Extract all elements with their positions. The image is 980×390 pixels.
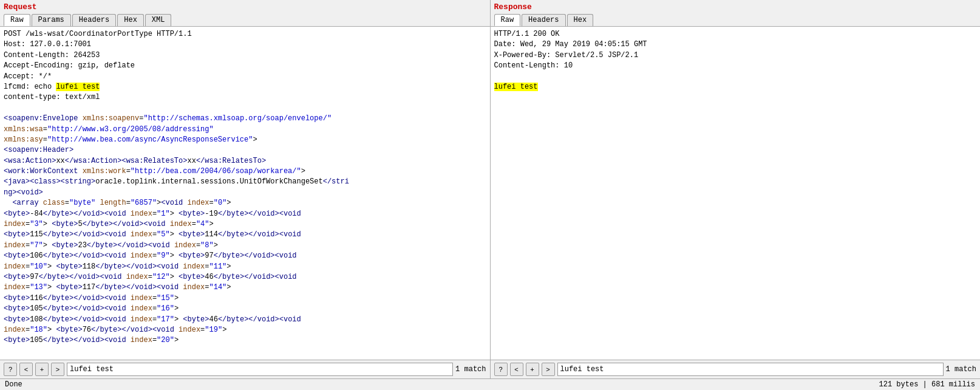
request-search-bar: ? < + > 1 match <box>0 360 490 378</box>
request-tabs: Raw Params Headers Hex XML <box>4 14 486 26</box>
status-bar: Done 121 bytes | 681 millis <box>0 378 980 390</box>
request-tab-params[interactable]: Params <box>32 14 71 26</box>
request-header: Request Raw Params Headers Hex XML <box>0 0 490 27</box>
response-panel: Response Raw Headers Hex HTTP/1.1 200 OK… <box>491 0 981 378</box>
request-body: POST /wls-wsat/CoordinatorPortType HTTP/… <box>0 27 490 360</box>
response-body: HTTP/1.1 200 OK Date: Wed, 29 May 2019 0… <box>491 27 981 360</box>
response-help-button[interactable]: ? <box>494 363 508 376</box>
response-tab-raw[interactable]: Raw <box>494 14 521 26</box>
request-tab-xml[interactable]: XML <box>145 14 172 26</box>
request-panel: Request Raw Params Headers Hex XML POST … <box>0 0 491 378</box>
response-tab-hex[interactable]: Hex <box>567 14 594 26</box>
response-add-button[interactable]: + <box>526 363 539 376</box>
status-right: 121 bytes | 681 millis <box>879 380 975 389</box>
response-content: HTTP/1.1 200 OK Date: Wed, 29 May 2019 0… <box>494 29 977 92</box>
response-title: Response <box>494 2 977 12</box>
response-tabs: Raw Headers Hex <box>494 14 977 26</box>
request-title: Request <box>4 2 486 12</box>
request-prev-button[interactable]: < <box>19 363 33 376</box>
status-left: Done <box>5 380 22 389</box>
request-search-input[interactable] <box>67 363 453 376</box>
response-search-bar: ? < + > 1 match <box>491 360 981 378</box>
response-prev-button[interactable]: < <box>510 363 523 376</box>
response-tab-headers[interactable]: Headers <box>522 14 565 26</box>
request-tab-raw[interactable]: Raw <box>4 14 30 26</box>
request-tab-hex[interactable]: Hex <box>117 14 144 26</box>
response-match-count: 1 match <box>946 365 976 374</box>
request-content: POST /wls-wsat/CoordinatorPortType HTTP/… <box>4 29 486 346</box>
request-match-count: 1 match <box>455 365 486 374</box>
request-add-button[interactable]: + <box>35 363 49 376</box>
request-help-button[interactable]: ? <box>4 363 17 376</box>
response-search-input[interactable] <box>557 363 944 376</box>
response-header: Response Raw Headers Hex <box>491 0 981 27</box>
request-tab-headers[interactable]: Headers <box>72 14 116 26</box>
response-next-button[interactable]: > <box>542 363 555 376</box>
request-next-button[interactable]: > <box>51 363 64 376</box>
